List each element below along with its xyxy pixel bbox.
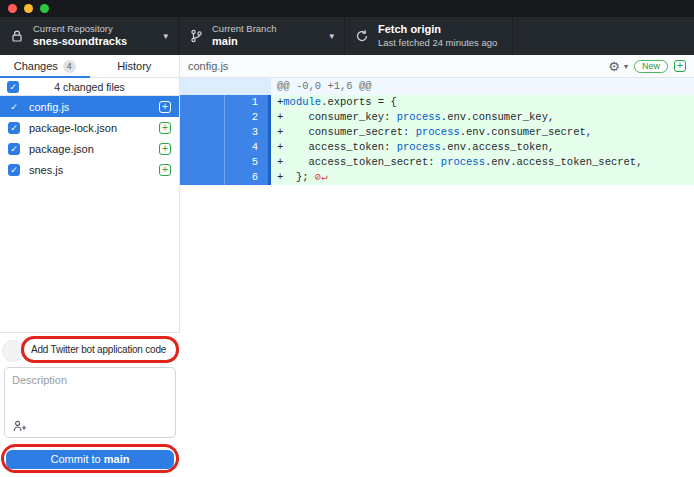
line-number: 2 [225, 110, 267, 125]
file-row[interactable]: ✓package-lock.json+ [0, 117, 179, 138]
branch-label: Current Branch [212, 23, 276, 35]
diff-line[interactable]: 5+ access_token_secret: process.env.acce… [180, 155, 694, 170]
diff-lines: 1+module.exports = {2+ consumer_key: pro… [180, 95, 694, 185]
diff-line-gutter[interactable]: 3 [180, 125, 271, 140]
file-checkbox[interactable]: ✓ [8, 143, 20, 155]
summary-annotation-highlight [21, 336, 179, 363]
chevron-down-icon: ▾ [163, 31, 168, 41]
add-coauthor-button[interactable] [13, 420, 27, 432]
diff-line-content: + consumer_key: process.env.consumer_key… [271, 110, 694, 125]
file-row[interactable]: ✓package.json+ [0, 139, 179, 160]
repository-label: Current Repository [33, 23, 127, 35]
diff-line-gutter[interactable]: 2 [180, 110, 271, 125]
diff-filename: config.js [188, 60, 608, 72]
line-number: 1 [225, 95, 267, 110]
line-number: 3 [225, 125, 267, 140]
diff-line-content: + access_token: process.env.access_token… [271, 140, 694, 155]
description-box [4, 367, 176, 438]
diff-line[interactable]: 6+ }; ⊘↵ [180, 170, 694, 185]
file-checkbox[interactable]: ✓ [8, 164, 20, 176]
diff-line-gutter[interactable]: 5 [180, 155, 271, 170]
commit-branch-name: main [104, 453, 130, 465]
minimize-window-button[interactable] [24, 4, 33, 13]
include-all-checkbox[interactable]: ✓ [7, 81, 19, 93]
file-row[interactable]: ✓config.js+ [0, 96, 179, 117]
current-branch-dropdown[interactable]: Current Branch main ▾ [179, 17, 345, 55]
diff-line[interactable]: 4+ access_token: process.env.access_toke… [180, 140, 694, 155]
close-window-button[interactable] [8, 4, 17, 13]
current-repository-dropdown[interactable]: Current Repository snes-soundtracks ▾ [0, 17, 179, 55]
line-number: 5 [225, 155, 267, 170]
added-file-icon: + [159, 164, 171, 176]
tab-history-label: History [117, 60, 151, 72]
zoom-window-button[interactable] [40, 4, 49, 13]
file-list: ✓config.js+✓package-lock.json+✓package.j… [0, 96, 179, 181]
gear-icon[interactable]: ⚙ [608, 60, 620, 73]
file-name: snes.js [29, 164, 150, 176]
titlebar [0, 0, 694, 17]
diff-header: config.js ⚙ ▾ New + [180, 55, 694, 78]
repository-name: snes-soundtracks [33, 35, 127, 49]
commit-button-annotation-highlight: Commit to main [1, 444, 179, 473]
github-desktop-window: Current Repository snes-soundtracks ▾ Cu… [0, 0, 694, 477]
hunk-header-text: @@ -0,0 +1,6 @@ [271, 78, 694, 95]
last-fetched-text: Last fetched 24 minutes ago [378, 37, 497, 49]
added-file-icon: + [159, 122, 171, 134]
line-number: 4 [225, 140, 267, 155]
diff-line-gutter[interactable]: 6 [180, 170, 271, 185]
include-all-row: ✓ 4 changed files [0, 78, 179, 96]
diff-line[interactable]: 3+ consumer_secret: process.env.consumer… [180, 125, 694, 140]
diff-line-content: + }; ⊘↵ [271, 170, 694, 185]
changed-files-count: 4 changed files [0, 81, 179, 93]
diff-line[interactable]: 2+ consumer_key: process.env.consumer_ke… [180, 110, 694, 125]
tab-changes[interactable]: Changes 4 [0, 55, 90, 77]
chevron-down-icon: ▾ [329, 31, 334, 41]
hunk-gutter [180, 78, 271, 95]
tab-history[interactable]: History [90, 55, 180, 77]
commit-summary-input[interactable] [24, 344, 176, 355]
file-row[interactable]: ✓snes.js+ [0, 160, 179, 181]
hunk-header-row: @@ -0,0 +1,6 @@ [180, 78, 694, 95]
lock-icon [10, 29, 24, 43]
line-number: 6 [225, 170, 267, 185]
commit-to-main-button[interactable]: Commit to main [6, 450, 174, 469]
added-file-icon: + [159, 101, 171, 113]
diff-line-content: + consumer_secret: process.env.consumer_… [271, 125, 694, 140]
chevron-down-icon[interactable]: ▾ [624, 62, 628, 71]
diff-line-gutter[interactable]: 1 [180, 95, 271, 110]
branch-name: main [212, 35, 276, 49]
sync-icon [355, 29, 369, 43]
diff-line-content: +module.exports = { [271, 95, 694, 110]
added-file-icon: + [674, 60, 686, 72]
fetch-origin-label: Fetch origin [378, 23, 497, 37]
commit-description-input[interactable] [5, 368, 175, 416]
file-name: package-lock.json [29, 122, 150, 134]
file-name: package.json [29, 143, 150, 155]
tab-changes-label: Changes [14, 60, 58, 72]
toolbar: Current Repository snes-soundtracks ▾ Cu… [0, 17, 694, 55]
diff-body: @@ -0,0 +1,6 @@ 1+module.exports = {2+ c… [180, 78, 694, 185]
diff-line[interactable]: 1+module.exports = { [180, 95, 694, 110]
added-file-icon: + [159, 143, 171, 155]
diff-panel: config.js ⚙ ▾ New + @@ -0,0 +1,6 @@ 1+mo… [180, 55, 694, 477]
fetch-origin-button[interactable]: Fetch origin Last fetched 24 minutes ago [345, 17, 513, 55]
diff-line-gutter[interactable]: 4 [180, 140, 271, 155]
file-checkbox[interactable]: ✓ [8, 122, 20, 134]
changes-count-badge: 4 [63, 60, 76, 73]
file-status-badge: New [634, 60, 668, 73]
git-branch-icon [189, 29, 203, 43]
file-checkbox[interactable]: ✓ [8, 101, 20, 113]
sidebar-tabbar: Changes 4 History [0, 55, 179, 78]
file-name: config.js [29, 101, 150, 113]
diff-line-content: + access_token_secret: process.env.acces… [271, 155, 694, 170]
